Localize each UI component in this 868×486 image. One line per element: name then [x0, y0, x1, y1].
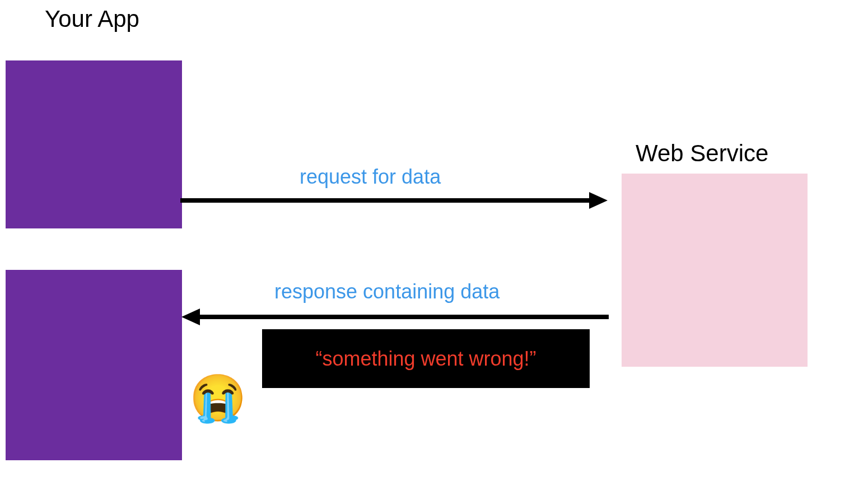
web-service-box: [622, 174, 808, 367]
arrow-left-icon: [181, 309, 609, 328]
request-label: request for data: [300, 165, 441, 189]
web-service-label: Web Service: [636, 140, 768, 167]
your-app-box-top: [6, 60, 182, 228]
svg-marker-3: [181, 309, 200, 325]
error-message-text: “something went wrong!”: [315, 347, 536, 371]
error-message-box: “something went wrong!”: [262, 329, 590, 388]
response-label: response containing data: [274, 280, 500, 303]
your-app-label: Your App: [45, 6, 139, 32]
crying-face-icon: 😭: [189, 375, 246, 421]
svg-marker-1: [589, 192, 608, 209]
your-app-box-bottom: [6, 270, 182, 460]
arrow-right-icon: [180, 192, 608, 211]
